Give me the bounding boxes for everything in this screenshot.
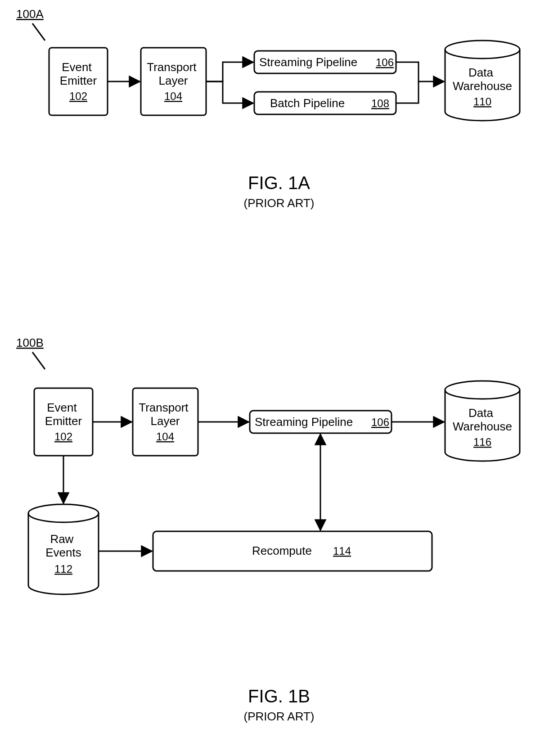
warehouse-b-num: 116 [473, 436, 491, 448]
streaming-a-label: Streaming Pipeline [259, 55, 357, 69]
svg-point-6 [445, 41, 520, 59]
svg-text:Data
        Warehouse: Data Warehouse [453, 66, 512, 93]
svg-text:Data
        Warehouse: Data Warehouse [453, 406, 512, 433]
event-emitter-a-label-l2: Emitter [60, 74, 97, 87]
transport-b-label-l1: Transport [139, 401, 189, 414]
transport-a-label-l2: Layer [158, 74, 188, 87]
batch-a-num: 108 [371, 97, 389, 109]
event-emitter-b-label-l2: Emitter [45, 414, 82, 428]
event-emitter-a-label-l1: Event [62, 60, 92, 74]
event-emitter-b-label-l1: Event [47, 401, 77, 414]
warehouse-a-num: 110 [473, 95, 491, 108]
event-emitter-a-num: 102 [69, 90, 87, 102]
node-event-emitter-b: Event Emitter 102 [34, 388, 93, 456]
node-warehouse-b: Data Warehouse 116 [445, 381, 520, 461]
figure-a-ref: 100A [16, 7, 44, 21]
figure-b: 100B Event Emitter 102 Transport Layer 1… [16, 336, 520, 723]
svg-text:Raw
        Events: Raw Events [45, 532, 81, 559]
node-streaming-a: Streaming Pipeline 106 [254, 51, 396, 73]
raw-events-num: 112 [54, 563, 72, 575]
batch-a-label: Batch Pipeline [270, 96, 345, 110]
arrow-batch-to-warehouse-a [396, 81, 418, 103]
figure-a-ref-tick [32, 23, 45, 41]
figure-a-subcaption: (PRIOR ART) [244, 196, 315, 210]
transport-a-label-l1: Transport [147, 60, 197, 74]
arrow-streaming-to-warehouse-a [396, 62, 444, 81]
arrow-transport-to-streaming-a [206, 62, 253, 81]
raw-events-label-l1: Raw [50, 532, 73, 546]
warehouse-a-label-l1: Data [468, 66, 493, 79]
node-recompute: Recompute 114 [153, 531, 432, 571]
figure-b-caption: FIG. 1B [248, 686, 310, 706]
event-emitter-b-num: 102 [54, 430, 72, 443]
recompute-num: 114 [333, 545, 351, 557]
node-streaming-b: Streaming Pipeline 106 [250, 411, 392, 433]
transport-b-label-l2: Layer [150, 414, 180, 428]
svg-text:Event
        Emitter: Event Emitter [45, 401, 82, 428]
svg-text:Event
        Emitter: Event Emitter [60, 60, 97, 87]
svg-point-13 [445, 381, 520, 399]
transport-a-num: 104 [164, 90, 182, 102]
node-batch-a: Batch Pipeline 108 [254, 92, 396, 114]
figure-a-caption: FIG. 1A [248, 173, 310, 193]
warehouse-b-label-l2: Warehouse [453, 420, 512, 433]
streaming-a-num: 106 [376, 56, 394, 68]
transport-b-num: 104 [156, 430, 174, 443]
figure-a: 100A Event Emitter 102 Transport Layer 1… [16, 7, 520, 210]
node-warehouse-a: Data Warehouse 110 [445, 41, 520, 121]
svg-point-15 [28, 504, 99, 522]
arrow-transport-to-batch-a [206, 81, 253, 103]
raw-events-label-l2: Events [45, 546, 81, 559]
recompute-label: Recompute [252, 544, 312, 557]
streaming-b-num: 106 [371, 416, 389, 428]
node-raw-events: Raw Events 112 [28, 504, 99, 594]
diagram-canvas: 100A Event Emitter 102 Transport Layer 1… [0, 0, 558, 756]
streaming-b-label: Streaming Pipeline [255, 415, 353, 429]
figure-b-ref: 100B [16, 336, 44, 349]
warehouse-a-label-l2: Warehouse [453, 79, 512, 93]
svg-text:Transport
        Layer: Transport Layer [139, 401, 192, 428]
figure-b-ref-tick [32, 352, 45, 369]
figure-b-subcaption: (PRIOR ART) [244, 710, 315, 723]
node-event-emitter-a: Event Emitter 102 [49, 48, 108, 115]
node-transport-b: Transport Layer 104 [133, 388, 198, 456]
node-transport-a: Transport Layer 104 [141, 48, 206, 115]
svg-text:Transport
        Layer: Transport Layer [147, 60, 200, 87]
warehouse-b-label-l1: Data [468, 406, 493, 420]
